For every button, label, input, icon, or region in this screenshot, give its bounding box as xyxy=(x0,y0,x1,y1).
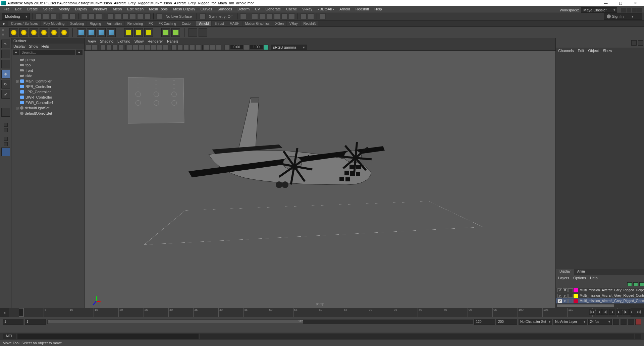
anim-start-field[interactable]: 1 xyxy=(3,319,23,325)
vp-textured-icon[interactable] xyxy=(183,45,189,50)
tab-xgen[interactable]: XGen xyxy=(272,21,286,26)
undo-icon[interactable] xyxy=(62,13,68,19)
arnold-mesh-light-icon[interactable] xyxy=(30,28,38,37)
maximize-button[interactable]: ▢ xyxy=(613,1,628,5)
lighteditor-icon[interactable] xyxy=(289,13,295,19)
arnold-flush-icon[interactable] xyxy=(171,28,180,37)
signin-button[interactable]: Sign In ▾ xyxy=(604,13,642,20)
vp-safeaction-icon[interactable] xyxy=(157,45,162,50)
ch-channels[interactable]: Channels xyxy=(558,49,574,53)
outliner-item-fwr[interactable]: FWR_Controllerf xyxy=(12,100,83,105)
layers-options[interactable]: Options xyxy=(573,276,586,280)
rotate-tool[interactable]: ⟳ xyxy=(1,80,10,89)
menu-redshift[interactable]: Redshift xyxy=(353,7,371,11)
menu-curves[interactable]: Curves xyxy=(198,7,215,11)
character-set-dropdown[interactable]: No Character Set xyxy=(519,319,552,325)
snap-live-icon[interactable] xyxy=(137,13,143,19)
live-surface-icon[interactable] xyxy=(156,13,162,19)
history-icon[interactable] xyxy=(240,13,246,19)
outliner-search-input[interactable] xyxy=(20,50,75,55)
tab-vray[interactable]: VRay xyxy=(287,21,300,26)
redo-icon[interactable] xyxy=(69,13,75,19)
arnold-txmanager-icon[interactable] xyxy=(161,28,170,37)
symmetry-icon[interactable] xyxy=(200,13,206,19)
render-view-icon[interactable] xyxy=(274,13,280,19)
vp-exposure-value[interactable]: 0.00 xyxy=(230,45,243,49)
channel-icon[interactable] xyxy=(638,40,643,46)
menu-editmesh[interactable]: Edit Mesh xyxy=(125,7,146,11)
layers-help[interactable]: Help xyxy=(590,276,598,280)
select-tool[interactable]: ↖ xyxy=(1,40,10,48)
vp-safetitle-icon[interactable] xyxy=(163,45,168,50)
tab-animation[interactable]: Animation xyxy=(104,21,124,26)
vp-lighting[interactable]: Lighting xyxy=(117,39,130,43)
tab-fxcache[interactable]: FX Caching xyxy=(156,21,179,26)
outliner-item-rpr[interactable]: RPR_Controller xyxy=(12,84,83,89)
arnold-standin-icon[interactable] xyxy=(77,28,86,37)
hypershade-icon[interactable] xyxy=(281,13,287,19)
outliner-filter-icon[interactable]: ▾ xyxy=(13,50,19,55)
render-frame-icon[interactable] xyxy=(252,13,258,19)
arnold-renderview-icon[interactable] xyxy=(144,28,153,37)
layer-scrollbar[interactable] xyxy=(556,304,644,308)
save-scene-icon[interactable] xyxy=(50,13,56,19)
shelf-menu-icon[interactable]: ▸ xyxy=(1,21,7,26)
menu-mesh[interactable]: Mesh xyxy=(110,7,124,11)
ch-show[interactable]: Show xyxy=(603,49,612,53)
close-button[interactable]: ✕ xyxy=(628,1,643,5)
vp-xrayjoint-icon[interactable] xyxy=(216,45,221,50)
outliner-item-front[interactable]: front xyxy=(12,68,83,73)
channelbox-body[interactable] xyxy=(556,54,644,269)
anim-layer-dropdown[interactable]: No Anim Layer xyxy=(553,319,587,325)
snap-grid-icon[interactable] xyxy=(108,13,114,19)
outliner-item-bwr[interactable]: BWR_Controller xyxy=(12,95,83,100)
outliner-search-dd[interactable]: ▾ xyxy=(76,50,83,55)
menu-cache[interactable]: Cache xyxy=(284,7,299,11)
goto-start-icon[interactable]: |◂◂ xyxy=(589,309,595,315)
outliner-display[interactable]: Display xyxy=(13,44,25,48)
tab-fx[interactable]: FX xyxy=(146,21,156,26)
vp-imgplane-icon[interactable] xyxy=(106,45,112,50)
arnold-ipr-icon[interactable] xyxy=(134,28,143,37)
workspace-icon-2[interactable] xyxy=(627,8,631,12)
layertab-display[interactable]: Display xyxy=(556,269,574,275)
tab-redshift[interactable]: Redshift xyxy=(301,21,318,26)
menu-meshdisplay[interactable]: Mesh Display xyxy=(171,7,198,11)
scale-tool[interactable]: ⤢ xyxy=(1,90,10,99)
manip-icon[interactable] xyxy=(631,40,637,46)
vp-panels[interactable]: Panels xyxy=(167,39,178,43)
tab-rigging[interactable]: Rigging xyxy=(87,21,104,26)
vp-viewtransform-dropdown[interactable]: sRGB gamma xyxy=(271,45,307,50)
autokey-icon[interactable] xyxy=(613,319,619,325)
paint-select-icon[interactable] xyxy=(96,13,102,19)
arnold-help-icon[interactable] xyxy=(199,28,207,37)
step-back-icon[interactable]: ◂| xyxy=(602,309,608,315)
snap-curve-icon[interactable] xyxy=(115,13,121,19)
vp-renderer[interactable]: Renderer xyxy=(148,39,163,43)
script-lang-toggle[interactable]: MEL xyxy=(3,334,16,339)
layer-row-helpers[interactable]: VP Multi_mission_Aircraft_Grey_Rigged_He… xyxy=(556,288,644,293)
vp-shading[interactable]: Shading xyxy=(100,39,113,43)
vp-shaded-icon[interactable] xyxy=(177,45,183,50)
tab-arnold[interactable]: Arnold xyxy=(196,21,211,26)
outliner-item-lightset[interactable]: ⊞defaultLightSet xyxy=(12,105,83,111)
command-input[interactable] xyxy=(17,334,199,339)
layer-new-empty-icon[interactable] xyxy=(639,282,644,286)
outliner-item-persp[interactable]: persp xyxy=(12,57,83,62)
layer-row-geometry[interactable]: VP Multi_mission_Aircraft_Grey_Rigged_Ge… xyxy=(556,298,644,304)
tab-mograph[interactable]: Motion Graphics xyxy=(243,21,272,26)
render-ipr-icon[interactable] xyxy=(259,13,265,19)
outliner-item-main[interactable]: ⊞Main_Controller xyxy=(12,78,83,84)
menu-windows[interactable]: Windows xyxy=(90,7,110,11)
fps-dropdown[interactable]: 24 fps xyxy=(588,319,612,325)
workspace-dropdown[interactable]: Maya Classic* xyxy=(581,7,617,13)
vp-select-camera-icon[interactable] xyxy=(86,45,91,50)
arnold-light-portal-icon[interactable] xyxy=(50,28,58,37)
time-slider[interactable]: ◂ 15101520253035404550556065707580859095… xyxy=(0,308,644,317)
lasso-tool[interactable] xyxy=(1,50,10,58)
vp-gatemask-icon[interactable] xyxy=(145,45,150,50)
minimize-button[interactable]: — xyxy=(598,1,613,5)
vp-isolate-icon[interactable] xyxy=(204,45,209,50)
lasso-icon[interactable] xyxy=(89,13,95,19)
mode-selector[interactable]: Modeling xyxy=(2,13,30,20)
